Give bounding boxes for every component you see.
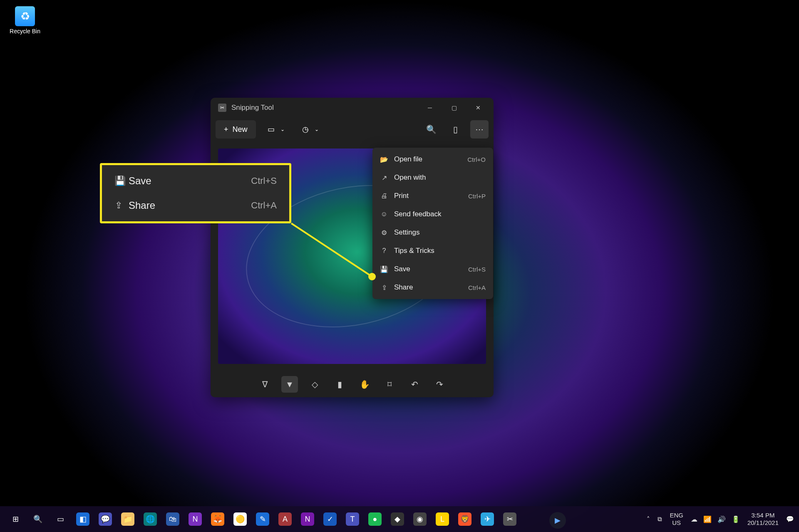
callout-highlight: 💾SaveCtrl+S⇪ShareCtrl+A [100, 163, 291, 223]
app1-icon: ◆ [391, 512, 404, 526]
more-menu: 📂Open fileCtrl+O↗Open with🖨PrintCtrl+P☺S… [372, 148, 493, 299]
start-icon: ⊞ [9, 512, 22, 526]
menu-icon: 💾 [380, 265, 388, 273]
crop-tool[interactable]: ⌑ [381, 376, 398, 393]
ruler-tool[interactable]: ▮ [331, 376, 348, 393]
todo-icon: ✓ [323, 512, 337, 526]
taskbar-snip[interactable]: ✂ [499, 509, 520, 530]
menu-item-open-with[interactable]: ↗Open with [372, 168, 493, 187]
menu-item-save[interactable]: 💾SaveCtrl+S [372, 260, 493, 278]
media-button[interactable]: ▶ [549, 512, 566, 529]
taskbar-teams2[interactable]: T [342, 509, 363, 530]
touch-tool[interactable]: ✋ [356, 376, 373, 393]
taskbar-taskview[interactable]: ▭ [50, 509, 71, 530]
volume-icon[interactable]: 🔊 [717, 515, 726, 523]
clock-date: 20/11/2021 [747, 519, 779, 527]
menu-item-tips-tricks[interactable]: ?Tips & Tricks [372, 242, 493, 260]
taskbar-edge[interactable]: 🌐 [140, 509, 161, 530]
clipboard-icon: ▯ [453, 124, 458, 134]
taskbar-teams[interactable]: 💬 [95, 509, 116, 530]
delay-button[interactable]: ◷⌄ [296, 120, 325, 139]
menu-item-print[interactable]: 🖨PrintCtrl+P [372, 187, 493, 205]
taskbar-whiteboard[interactable]: ✎ [252, 509, 273, 530]
menu-label: Print [394, 192, 462, 200]
taskbar-onenote2[interactable]: N [297, 509, 318, 530]
taskbar-firefox[interactable]: 🦊 [207, 509, 228, 530]
taskbar-onenote[interactable]: N [185, 509, 206, 530]
taskbar-brave[interactable]: 🦁 [454, 509, 475, 530]
tray-chevron-icon[interactable]: ˄ [647, 515, 650, 523]
system-tray: ˄ ⧉ ENG US ☁ 📶 🔊 🔋 3:54 PM 20/11/2021 💬 [647, 512, 794, 527]
recycle-bin-icon [15, 6, 35, 26]
menu-label: Share [394, 283, 462, 292]
taskbar-explorer[interactable]: 📁 [117, 509, 138, 530]
menu-label: Settings [394, 228, 480, 237]
menu-label: Send feedback [394, 210, 480, 218]
battery-icon[interactable]: 🔋 [732, 515, 740, 523]
menu-icon: 📂 [380, 156, 388, 163]
eraser-tool[interactable]: ◇ [306, 376, 323, 393]
maximize-button[interactable]: ▢ [442, 98, 466, 118]
close-button[interactable]: ✕ [466, 98, 490, 118]
app2-icon: ◉ [413, 512, 427, 526]
more-button[interactable]: ⋯ [470, 120, 489, 139]
menu-label: Save [394, 265, 462, 273]
spotify-icon: ● [368, 512, 382, 526]
lang-line2: US [672, 519, 681, 527]
notifications-icon[interactable]: 💬 [786, 515, 794, 523]
taskbar-app2[interactable]: ◉ [409, 509, 430, 530]
titlebar[interactable]: Snipping Tool ─ ▢ ✕ [211, 98, 494, 118]
menu-item-settings[interactable]: ⚙Settings [372, 223, 493, 242]
taskbar-todo[interactable]: ✓ [320, 509, 340, 530]
menu-item-open-file[interactable]: 📂Open fileCtrl+O [372, 150, 493, 168]
menu-shortcut: Ctrl+P [468, 193, 486, 200]
clock[interactable]: 3:54 PM 20/11/2021 [747, 512, 779, 527]
callout-icon: 💾 [114, 176, 123, 186]
brave-icon: 🦁 [458, 512, 471, 526]
recycle-bin[interactable]: Recycle Bin [8, 6, 42, 35]
taskbar-start[interactable]: ⊞ [5, 509, 26, 530]
taskbar-access[interactable]: A [275, 509, 295, 530]
taskbar-telegram[interactable]: ✈ [477, 509, 498, 530]
widgets-icon: ◧ [76, 512, 89, 526]
app-icon [218, 104, 226, 112]
new-button[interactable]: + New [216, 120, 256, 139]
taskbar-store[interactable]: 🛍 [162, 509, 183, 530]
minimize-button[interactable]: ─ [418, 98, 442, 118]
dropbox-icon[interactable]: ⧉ [658, 515, 662, 523]
taskbar-app1[interactable]: ◆ [387, 509, 408, 530]
recycle-bin-label: Recycle Bin [8, 28, 42, 35]
chevron-down-icon: ⌄ [315, 126, 319, 132]
window-title: Snipping Tool [231, 104, 418, 112]
menu-label: Open file [394, 155, 462, 163]
menu-icon: ⚙ [380, 229, 388, 237]
taskbar-lidl[interactable]: L [432, 509, 453, 530]
taskbar-widgets[interactable]: ◧ [72, 509, 93, 530]
magnifier-icon: 🔍 [426, 124, 437, 134]
taskbar-spotify[interactable]: ● [365, 509, 385, 530]
ballpoint-pen-tool[interactable]: ∇ [256, 376, 273, 393]
callout-item-save: 💾SaveCtrl+S [107, 168, 284, 193]
telegram-icon: ✈ [481, 512, 494, 526]
highlighter-tool[interactable]: ▼ [281, 376, 298, 393]
callout-icon: ⇪ [114, 200, 123, 211]
language-indicator[interactable]: ENG US [670, 512, 683, 527]
zoom-button[interactable]: 🔍 [422, 120, 440, 139]
callout-item-share: ⇪ShareCtrl+A [107, 193, 284, 218]
clipboard-button[interactable]: ▯ [446, 120, 464, 139]
menu-icon: ↗ [380, 174, 388, 182]
teams2-icon: T [346, 512, 359, 526]
clock-time: 3:54 PM [752, 512, 775, 519]
redo-tool[interactable]: ↷ [431, 376, 448, 393]
store-icon: 🛍 [166, 512, 179, 526]
menu-item-share[interactable]: ⇪ShareCtrl+A [372, 278, 493, 297]
undo-tool[interactable]: ↶ [406, 376, 423, 393]
menu-item-send-feedback[interactable]: ☺Send feedback [372, 205, 493, 223]
whiteboard-icon: ✎ [256, 512, 269, 526]
wifi-icon[interactable]: 📶 [703, 515, 712, 523]
taskbar-chrome[interactable]: 🟡 [230, 509, 251, 530]
taskbar-search[interactable]: 🔍 [27, 509, 48, 530]
cloud-icon[interactable]: ☁ [691, 515, 697, 523]
snip-mode-button[interactable]: ▭⌄ [262, 120, 290, 139]
menu-label: Open with [394, 173, 480, 182]
